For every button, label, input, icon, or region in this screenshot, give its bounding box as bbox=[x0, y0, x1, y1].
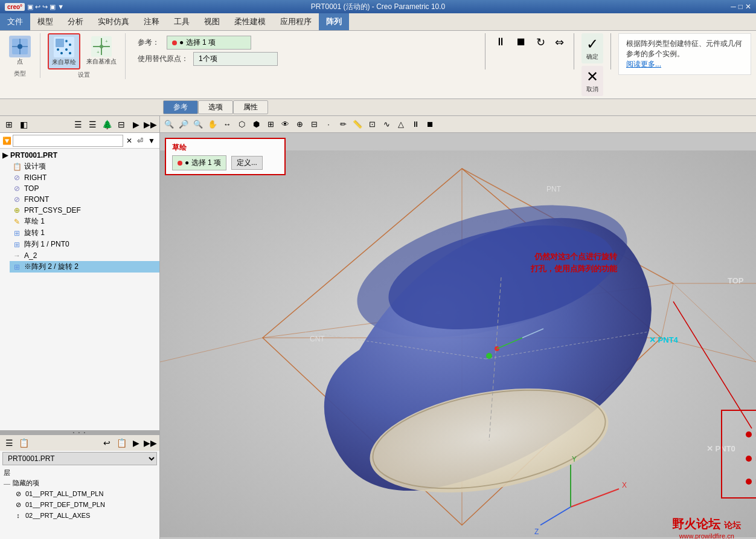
tree-item-8[interactable]: → A_2 bbox=[10, 250, 159, 261]
sidebar-btn-list[interactable]: ☰ bbox=[71, 118, 85, 131]
tree-item-9[interactable]: ⊞ ※阵列 2 / 旋转 2 bbox=[10, 261, 159, 273]
menu-item-model[interactable]: 模型 bbox=[30, 13, 60, 30]
ribbon-group-type: 点 类型 bbox=[5, 33, 40, 78]
sidebar-btn-cols[interactable]: ⊟ bbox=[115, 118, 128, 131]
sidebar-btn-layers[interactable]: ◧ bbox=[17, 118, 30, 131]
cancel-btn[interactable]: ✕ 取消 bbox=[581, 66, 603, 96]
svg-point-9 bbox=[65, 40, 68, 42]
sub-tab-options[interactable]: 选项 bbox=[198, 100, 233, 114]
canvas-feature[interactable]: ⊞ bbox=[264, 118, 277, 131]
from-datum-icon: + + bbox=[91, 36, 112, 57]
canvas-measure[interactable]: 📏 bbox=[351, 118, 364, 131]
bottom-btn-more[interactable]: ▶ bbox=[129, 436, 143, 450]
tree-item-0[interactable]: 📋 设计项 bbox=[10, 161, 159, 172]
confirm-icon: ✓ bbox=[586, 36, 598, 53]
canvas-pause[interactable]: ⏸ bbox=[409, 118, 422, 131]
canvas-3d[interactable]: △ bbox=[394, 118, 408, 131]
filter-search-btn[interactable]: ⏎ bbox=[135, 136, 145, 146]
sidebar-btn-grid[interactable]: ⊞ bbox=[2, 118, 16, 131]
canvas-zoom-out[interactable]: 🔍 bbox=[191, 118, 205, 131]
layer-0-icon: ⊘ bbox=[13, 489, 23, 499]
read-more-link[interactable]: 阅读更多... bbox=[626, 59, 743, 69]
from-datum-btn[interactable]: + + 来自基准点 bbox=[83, 33, 120, 68]
alt-origin-field[interactable]: 1个项 bbox=[193, 52, 278, 66]
layer-2-label: 02__PRT_ALL_AXES bbox=[25, 512, 90, 519]
canvas-viewport[interactable]: X Y Z ✕ PNT4 CNT PNT TOP ✕ PNT0 bbox=[160, 133, 756, 539]
menu-item-app[interactable]: 应用程序 bbox=[273, 13, 319, 30]
pause-btn[interactable]: ⏸ bbox=[493, 33, 508, 51]
bottom-btn-1[interactable]: ☰ bbox=[2, 436, 16, 450]
menu-item-flex[interactable]: 柔性建模 bbox=[227, 13, 273, 30]
bottom-btn-3[interactable]: ↩ bbox=[100, 436, 114, 450]
filter-input[interactable] bbox=[13, 135, 123, 147]
canvas-pan[interactable]: ✋ bbox=[206, 118, 219, 131]
sub-tab-attrs[interactable]: 属性 bbox=[233, 100, 268, 114]
sub-tab-ref[interactable]: 参考 bbox=[163, 100, 198, 114]
layer-0[interactable]: ⊘ 01__PRT_ALL_DTM_PLN bbox=[11, 488, 158, 499]
canvas-zoom-in[interactable]: 🔎 bbox=[177, 118, 190, 131]
alt-origin-label: 使用替代原点： bbox=[138, 54, 188, 64]
tree-item-8-icon: → bbox=[12, 251, 22, 260]
menu-item-simulation[interactable]: 实时仿真 bbox=[91, 13, 136, 30]
rotate-btn[interactable]: ↻ bbox=[534, 33, 548, 51]
tree-item-3[interactable]: ⊘ FRONT bbox=[10, 194, 159, 205]
confirm-btn[interactable]: ✓ 确定 bbox=[581, 33, 603, 63]
svg-rect-51 bbox=[722, 410, 756, 498]
window-controls: ─ □ ✕ bbox=[731, 2, 751, 11]
from-sketch-btn[interactable]: 来自草绘 bbox=[48, 33, 80, 69]
tree-item-7[interactable]: ⊞ 阵列 1 / PNT0 bbox=[10, 239, 159, 250]
filter-down-btn[interactable]: ▼ bbox=[146, 136, 157, 146]
mirror-btn[interactable]: ⇔ bbox=[553, 33, 566, 51]
canvas-point[interactable]: · bbox=[322, 118, 335, 131]
sidebar-btn-more[interactable]: ▶ bbox=[129, 118, 143, 131]
sidebar-btn-more2[interactable]: ▶▶ bbox=[144, 118, 157, 131]
selection-field[interactable]: ● 选择 1 项 bbox=[172, 155, 226, 170]
menu-item-analysis[interactable]: 分析 bbox=[60, 13, 91, 30]
tree-item-4[interactable]: ⊕ PRT_CSYS_DEF bbox=[10, 205, 159, 216]
canvas-axis[interactable]: ⊕ bbox=[293, 118, 306, 131]
ref-field[interactable]: ● 选择 1 项 bbox=[167, 36, 251, 50]
tree-root[interactable]: ▶ PRT0001.PRT bbox=[0, 150, 159, 161]
canvas-copy[interactable]: ⬡ bbox=[235, 118, 248, 131]
canvas-section[interactable]: ⊡ bbox=[365, 118, 379, 131]
layer-header: 层 bbox=[1, 468, 158, 478]
sidebar-btn-tree[interactable]: 🌲 bbox=[100, 118, 114, 131]
canvas-analysis[interactable]: ∿ bbox=[380, 118, 393, 131]
layer-2[interactable]: ↕ 02__PRT_ALL_AXES bbox=[11, 510, 158, 521]
menu-item-annotation[interactable]: 注释 bbox=[136, 13, 167, 30]
menu-item-file[interactable]: 文件 bbox=[0, 13, 30, 30]
menu-item-array[interactable]: 阵列 bbox=[319, 13, 349, 30]
canvas-hide[interactable]: 👁 bbox=[278, 118, 292, 131]
tree-item-4-label: PRT_CSYS_DEF bbox=[24, 206, 81, 215]
ref-dot bbox=[172, 40, 177, 45]
menu-item-view[interactable]: 视图 bbox=[197, 13, 227, 30]
tree-item-1-label: RIGHT bbox=[24, 173, 46, 182]
canvas-plane[interactable]: ⊟ bbox=[307, 118, 321, 131]
bottom-btn-4[interactable]: 📋 bbox=[115, 436, 128, 450]
menu-item-tools[interactable]: 工具 bbox=[167, 13, 197, 30]
sidebar-btn-list2[interactable]: ☰ bbox=[86, 118, 99, 131]
tree-item-6[interactable]: ⊞ 旋转 1 bbox=[10, 227, 159, 239]
canvas-stop[interactable]: ⏹ bbox=[423, 118, 437, 131]
define-button[interactable]: 定义... bbox=[231, 156, 263, 170]
tree-item-9-label: ※阵列 2 / 旋转 2 bbox=[24, 262, 78, 272]
filter-clear-btn[interactable]: ✕ bbox=[124, 136, 134, 146]
stop-btn[interactable]: ⏹ bbox=[513, 33, 529, 51]
tree-item-5[interactable]: ✎ 草绘 1 bbox=[10, 216, 159, 227]
canvas-sketch[interactable]: ✏ bbox=[336, 118, 350, 131]
selection-dot bbox=[178, 161, 182, 166]
bottom-btn-2[interactable]: 📋 bbox=[17, 436, 30, 450]
point-type-btn[interactable]: 点 bbox=[5, 33, 35, 68]
from-sketch-label: 来自草绘 bbox=[52, 58, 76, 66]
menu-bar: 文件 模型 分析 实时仿真 注释 工具 视图 柔性建模 应用程序 阵列 bbox=[0, 13, 756, 30]
tree-item-2[interactable]: ⊘ TOP bbox=[10, 183, 159, 194]
action-buttons: ✓ 确定 ✕ 取消 bbox=[581, 33, 603, 96]
creo-logo: creo° bbox=[5, 3, 25, 11]
tree-item-1[interactable]: ⊘ RIGHT bbox=[10, 172, 159, 183]
bottom-btn-more2[interactable]: ▶▶ bbox=[144, 436, 157, 450]
canvas-rotate-view[interactable]: ↔ bbox=[220, 118, 234, 131]
canvas-paste[interactable]: ⬢ bbox=[249, 118, 263, 131]
model-select[interactable]: PRT0001.PRT bbox=[2, 452, 157, 465]
layer-1[interactable]: ⊘ 01__PRT_DEF_DTM_PLN bbox=[11, 499, 158, 510]
canvas-zoom-fit[interactable]: 🔍 bbox=[162, 118, 176, 131]
